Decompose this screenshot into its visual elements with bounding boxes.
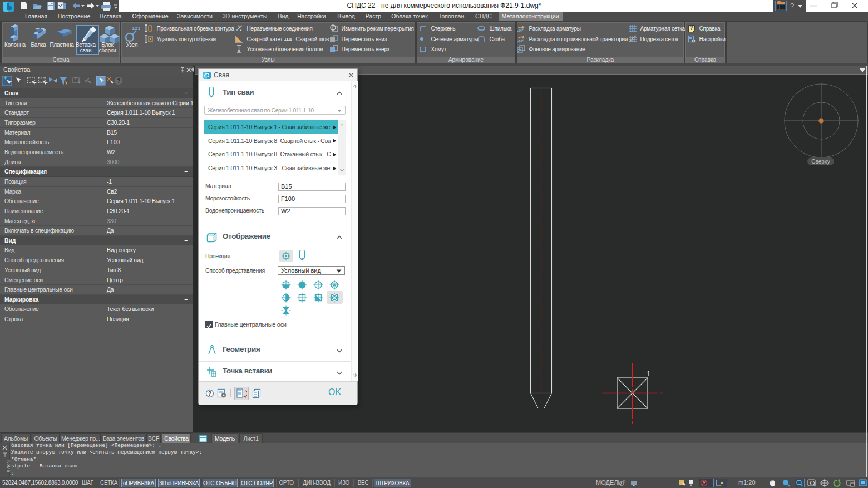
svg-text:?: ?	[790, 2, 794, 10]
svg-text:Кома: Кома	[6, 460, 11, 472]
svg-text:?: ?	[117, 77, 121, 84]
svg-text:123: 123	[132, 26, 140, 31]
svg-text:Сверху: Сверху	[811, 159, 830, 165]
svg-text:1: 1	[647, 369, 650, 378]
svg-text:?: ?	[690, 25, 693, 31]
svg-text:?: ?	[208, 391, 211, 397]
